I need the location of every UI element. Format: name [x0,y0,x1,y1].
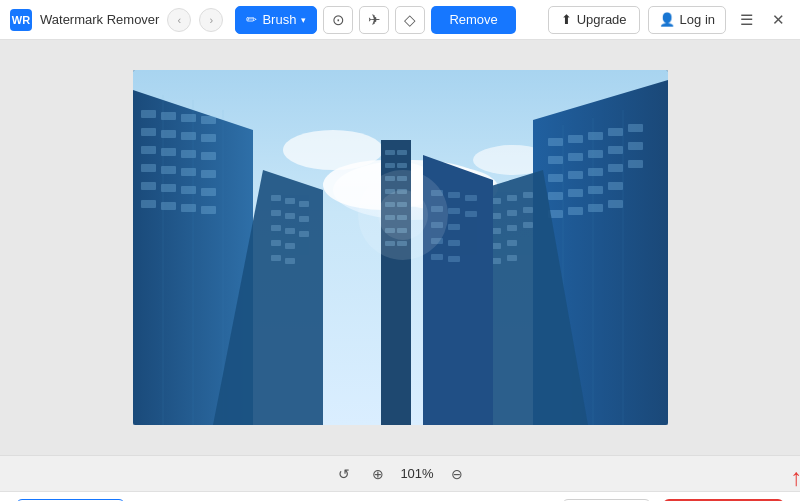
zoom-out-button[interactable]: ⊖ [445,462,469,486]
zoom-bar: ↺ ⊕ 101% ⊖ [0,455,800,491]
svg-rect-57 [588,204,603,212]
zoom-in-icon: ⊕ [372,466,384,482]
svg-rect-85 [523,222,533,228]
svg-rect-117 [448,240,460,246]
svg-rect-31 [201,206,216,214]
svg-rect-26 [181,186,196,194]
svg-rect-54 [608,182,623,190]
svg-rect-84 [507,225,517,231]
svg-rect-93 [385,163,395,168]
svg-rect-69 [271,225,281,231]
svg-rect-19 [201,152,216,160]
svg-rect-66 [271,210,281,216]
svg-rect-39 [608,128,623,136]
svg-rect-41 [548,156,563,164]
svg-rect-42 [568,153,583,161]
user-icon: 👤 [659,12,675,27]
svg-rect-10 [181,114,196,122]
svg-rect-27 [201,188,216,196]
svg-point-121 [378,190,428,240]
svg-rect-115 [448,224,460,230]
svg-rect-72 [271,240,281,246]
svg-rect-78 [507,195,517,201]
eraser-tool-button[interactable]: ◇ [395,6,425,34]
svg-rect-28 [141,200,156,208]
pin-icon: ✈ [368,11,381,29]
svg-rect-50 [628,160,643,168]
svg-rect-58 [608,200,623,208]
svg-rect-22 [181,168,196,176]
svg-rect-37 [568,135,583,143]
svg-rect-52 [568,189,583,197]
svg-rect-12 [141,128,156,136]
svg-rect-113 [465,211,477,217]
svg-rect-119 [448,256,460,262]
svg-rect-53 [588,186,603,194]
chevron-down-icon: ▾ [301,15,306,25]
svg-rect-74 [271,255,281,261]
svg-rect-30 [181,204,196,212]
app-title: Watermark Remover [40,12,159,27]
upgrade-button[interactable]: ⬆ Upgrade [548,6,640,34]
svg-rect-36 [548,138,563,146]
svg-rect-112 [448,208,460,214]
nav-forward-button[interactable]: › [199,8,223,32]
svg-rect-24 [141,182,156,190]
menu-button[interactable]: ☰ [734,8,758,32]
svg-rect-40 [628,124,643,132]
lasso-tool-button[interactable]: ⊙ [323,6,353,34]
svg-rect-43 [588,150,603,158]
svg-rect-20 [141,164,156,172]
svg-rect-18 [181,150,196,158]
svg-rect-44 [608,146,623,154]
nav-back-button[interactable]: ‹ [167,8,191,32]
svg-rect-65 [299,201,309,207]
canvas-area [0,40,800,455]
svg-rect-94 [397,163,407,168]
remove-button[interactable]: Remove [431,6,515,34]
svg-rect-70 [285,228,295,234]
svg-rect-89 [507,255,517,261]
svg-rect-56 [568,207,583,215]
svg-rect-79 [523,192,533,198]
svg-rect-81 [507,210,517,216]
svg-rect-63 [271,195,281,201]
login-button[interactable]: 👤 Log in [648,6,726,34]
svg-rect-16 [141,146,156,154]
svg-rect-118 [431,254,443,260]
svg-rect-109 [448,192,460,198]
svg-rect-45 [628,142,643,150]
svg-rect-87 [507,240,517,246]
svg-rect-91 [385,150,395,155]
rotate-icon: ↺ [338,466,350,482]
zoom-out-icon: ⊖ [451,466,463,482]
svg-rect-67 [285,213,295,219]
svg-rect-48 [588,168,603,176]
svg-point-4 [283,130,383,170]
svg-rect-49 [608,164,623,172]
app-logo: WR [10,9,32,31]
download-arrow-indicator: ↓ [790,469,800,493]
close-button[interactable]: ✕ [766,8,790,32]
lasso-icon: ⊙ [332,11,345,29]
svg-rect-11 [201,116,216,124]
image-container [133,70,668,425]
svg-rect-14 [181,132,196,140]
brush-tool-button[interactable]: ✏ Brush ▾ [235,6,317,34]
svg-rect-82 [523,207,533,213]
toolbar: ✏ Brush ▾ ⊙ ✈ ◇ Remove [235,6,515,34]
svg-rect-73 [285,243,295,249]
title-bar: WR Watermark Remover ‹ › ✏ Brush ▾ ⊙ ✈ ◇… [0,0,800,40]
svg-rect-47 [568,171,583,179]
brush-icon: ✏ [246,12,257,27]
action-bar: New Image Crop Download ⬇ ↓ [0,491,800,501]
svg-rect-71 [299,231,309,237]
building-scene [133,70,668,425]
pin-tool-button[interactable]: ✈ [359,6,389,34]
svg-rect-92 [397,150,407,155]
zoom-in-button[interactable]: ⊕ [366,462,390,486]
rotate-button[interactable]: ↺ [332,462,356,486]
svg-rect-64 [285,198,295,204]
svg-rect-51 [548,192,563,200]
svg-rect-68 [299,216,309,222]
